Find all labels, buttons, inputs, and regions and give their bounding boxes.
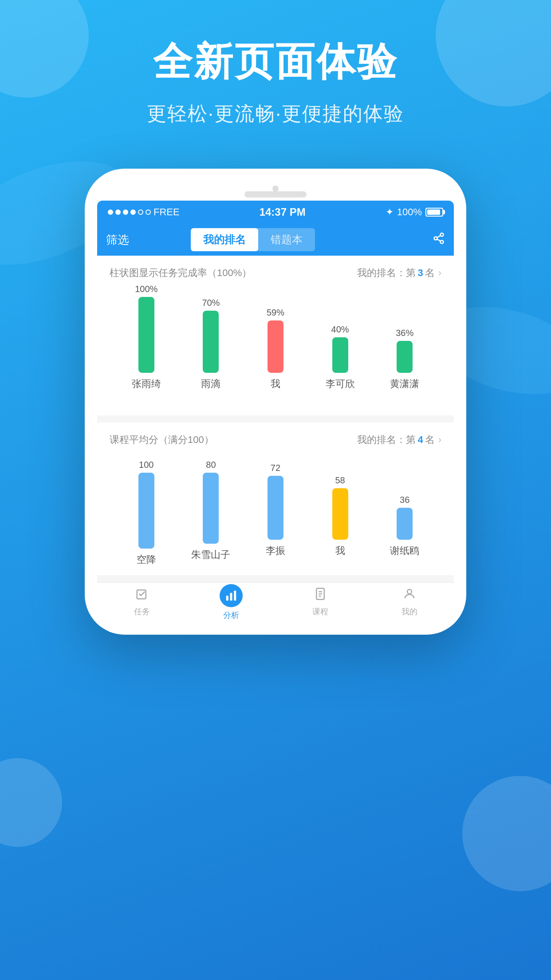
filter-button[interactable]: 筛选 xyxy=(106,232,129,248)
signal-dot-2 xyxy=(115,209,121,215)
bg-decoration-4 xyxy=(462,776,551,891)
tab-item-分析[interactable]: 分析 xyxy=(186,584,276,620)
bar-person-name: 空降 xyxy=(137,553,156,566)
bar-value-label: 80 xyxy=(206,460,216,470)
bar-group: 58我 xyxy=(318,460,362,557)
bg-decoration-3 xyxy=(0,758,62,847)
bar-person-name: 黄潇潇 xyxy=(390,377,419,391)
bar-rect xyxy=(138,297,154,373)
status-left: FREE xyxy=(108,206,180,218)
bar-person-name: 朱雪山子 xyxy=(191,548,230,561)
bar-person-name: 我 xyxy=(271,377,280,391)
tab-label-课程: 课程 xyxy=(312,606,328,617)
chart1-title: 柱状图显示任务完成率（100%） xyxy=(110,266,252,280)
tab-label-分析: 分析 xyxy=(223,610,239,620)
signal-dot-5 xyxy=(138,209,143,215)
share-button[interactable] xyxy=(433,232,445,248)
chart2-rank: 我的排名：第 4 名 › xyxy=(357,433,441,447)
bar-person-name: 我 xyxy=(335,544,345,557)
tab-label-我的: 我的 xyxy=(401,606,417,617)
bar-value-label: 58 xyxy=(335,475,345,486)
bar-rect xyxy=(268,320,283,373)
chart2-rank-prefix: 我的排名：第 xyxy=(357,433,416,447)
chart2-section: 课程平均分（满分100） 我的排名：第 4 名 › 100空降80朱雪山子72李… xyxy=(97,423,454,575)
battery-tip xyxy=(443,210,445,214)
active-tab-indicator xyxy=(220,584,243,607)
svg-rect-7 xyxy=(230,593,232,601)
chart1-rank-num: 3 xyxy=(417,267,423,279)
bar-value-label: 72 xyxy=(271,463,280,473)
bar-group: 59%我 xyxy=(253,293,298,391)
bar-person-name: 谢纸鸥 xyxy=(390,544,419,557)
bar-value-label: 36 xyxy=(400,495,409,505)
battery-icon xyxy=(425,208,443,217)
hero-section: 全新页面体验 更轻松·更流畅·更便捷的体验 xyxy=(0,36,551,127)
bottom-tab-bar: 任务分析课程我的 xyxy=(97,582,454,621)
bar-value-label: 36% xyxy=(396,328,413,338)
tab-icon-课程 xyxy=(314,587,327,604)
signal-dot-4 xyxy=(130,209,136,215)
svg-rect-8 xyxy=(234,590,236,601)
tab-item-课程[interactable]: 课程 xyxy=(276,587,365,617)
bar-rect xyxy=(268,476,283,540)
phone-top xyxy=(97,182,454,198)
tab-label-任务: 任务 xyxy=(134,606,150,617)
phone-screen: FREE 14:37 PM ✦ 100% 筛选 我的排名 错题本 xyxy=(97,201,454,621)
bar-group: 100空降 xyxy=(124,460,169,557)
tab-icon-任务 xyxy=(135,587,149,604)
bar-group: 100%张雨绮 xyxy=(124,293,169,391)
chart1-section: 柱状图显示任务完成率（100%） 我的排名：第 3 名 › 100%张雨绮70%… xyxy=(97,256,454,408)
phone-mockup: FREE 14:37 PM ✦ 100% 筛选 我的排名 错题本 xyxy=(85,169,466,635)
bar-rect xyxy=(138,473,154,549)
bar-rect xyxy=(397,341,413,373)
svg-line-4 xyxy=(437,235,441,237)
tab-item-我的[interactable]: 我的 xyxy=(365,587,454,617)
section-divider-1 xyxy=(97,415,454,423)
chart1-header: 柱状图显示任务完成率（100%） 我的排名：第 3 名 › xyxy=(110,266,441,280)
chart1-rank-arrow: › xyxy=(438,267,441,279)
bar-rect xyxy=(397,508,413,540)
nav-tabs: 我的排名 错题本 xyxy=(191,228,315,251)
signal-dot-6 xyxy=(146,209,151,215)
bar-rect xyxy=(332,337,348,373)
chart1-rank-prefix: 我的排名：第 xyxy=(357,266,416,280)
hero-subtitle: 更轻松·更流畅·更便捷的体验 xyxy=(0,101,551,127)
carrier-label: FREE xyxy=(153,206,180,218)
bar-rect xyxy=(203,311,219,373)
chart2-rank-suffix: 名 xyxy=(425,433,435,447)
chart1-bars: 100%张雨绮70%雨滴59%我40%李可欣36%黄潇潇 xyxy=(110,293,441,391)
bar-person-name: 张雨绮 xyxy=(132,377,161,391)
bluetooth-icon: ✦ xyxy=(386,206,394,218)
bar-rect xyxy=(332,488,348,540)
status-time: 14:37 PM xyxy=(260,206,306,218)
bar-group: 72李振 xyxy=(253,460,298,557)
bar-value-label: 100% xyxy=(135,284,157,294)
bar-group: 70%雨滴 xyxy=(189,293,233,391)
bar-group: 80朱雪山子 xyxy=(189,460,233,557)
chart2-header: 课程平均分（满分100） 我的排名：第 4 名 › xyxy=(110,433,441,447)
chart2-bars: 100空降80朱雪山子72李振58我36谢纸鸥 xyxy=(110,460,441,557)
battery-fill xyxy=(427,209,440,215)
bar-person-name: 李可欣 xyxy=(326,377,355,391)
chart1-rank-suffix: 名 xyxy=(425,266,435,280)
tab-my-rank[interactable]: 我的排名 xyxy=(191,228,258,251)
svg-line-3 xyxy=(437,239,441,241)
bar-person-name: 雨滴 xyxy=(201,377,220,391)
battery-percent: 100% xyxy=(397,206,422,218)
bar-value-label: 40% xyxy=(331,324,349,335)
content-area: 柱状图显示任务完成率（100%） 我的排名：第 3 名 › 100%张雨绮70%… xyxy=(97,256,454,575)
speaker-bar xyxy=(244,191,307,198)
status-bar: FREE 14:37 PM ✦ 100% xyxy=(97,201,454,224)
chart1-rank: 我的排名：第 3 名 › xyxy=(357,266,441,280)
chart2-rank-num: 4 xyxy=(417,434,423,446)
bar-value-label: 59% xyxy=(267,308,284,318)
bar-group: 36%黄潇潇 xyxy=(382,293,427,391)
bar-person-name: 李振 xyxy=(266,544,285,557)
bar-value-label: 70% xyxy=(202,298,220,308)
nav-bar: 筛选 我的排名 错题本 xyxy=(97,224,454,256)
bar-group: 36谢纸鸥 xyxy=(382,460,427,557)
tab-wrong-questions[interactable]: 错题本 xyxy=(258,228,315,251)
signal-dot-1 xyxy=(108,209,113,215)
tab-item-任务[interactable]: 任务 xyxy=(97,587,186,617)
signal-dots xyxy=(108,209,151,215)
